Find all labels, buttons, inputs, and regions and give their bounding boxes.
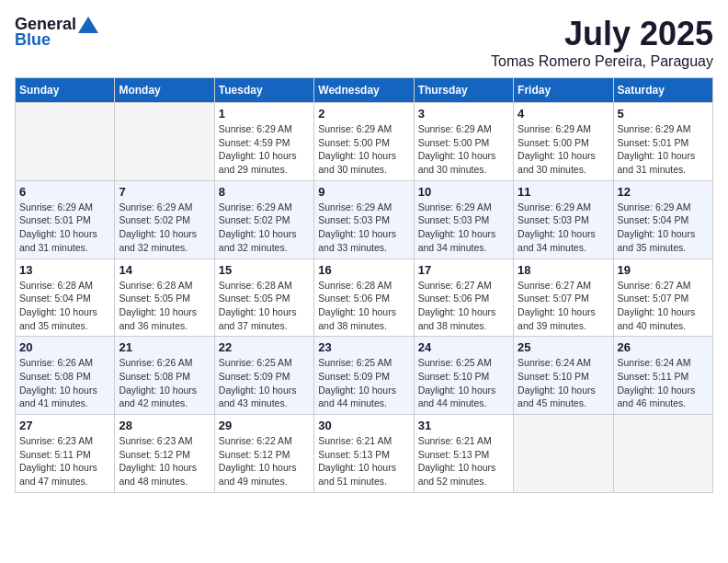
day-number: 25	[518, 340, 609, 354]
calendar-day-cell	[613, 415, 712, 493]
day-detail: Sunrise: 6:27 AMSunset: 5:07 PMDaylight:…	[618, 279, 709, 333]
day-detail: Sunrise: 6:26 AMSunset: 5:08 PMDaylight:…	[119, 356, 210, 410]
day-number: 31	[418, 419, 509, 432]
day-detail: Sunrise: 6:29 AMSunset: 5:03 PMDaylight:…	[318, 201, 409, 255]
calendar-day-cell: 3 Sunrise: 6:29 AMSunset: 5:00 PMDayligh…	[414, 103, 513, 181]
day-detail: Sunrise: 6:23 AMSunset: 5:12 PMDaylight:…	[119, 434, 210, 488]
day-detail: Sunrise: 6:28 AMSunset: 5:05 PMDaylight:…	[119, 279, 210, 333]
calendar-week-row: 20 Sunrise: 6:26 AMSunset: 5:08 PMDaylig…	[16, 337, 713, 415]
calendar-day-cell: 5 Sunrise: 6:29 AMSunset: 5:01 PMDayligh…	[613, 103, 712, 181]
calendar-header-sunday: Sunday	[16, 78, 115, 103]
day-detail: Sunrise: 6:25 AMSunset: 5:09 PMDaylight:…	[318, 356, 409, 410]
day-number: 2	[318, 107, 409, 121]
day-detail: Sunrise: 6:29 AMSunset: 5:02 PMDaylight:…	[219, 201, 310, 255]
calendar-header-row: SundayMondayTuesdayWednesdayThursdayFrid…	[16, 78, 713, 103]
day-number: 21	[119, 340, 210, 354]
day-number: 30	[318, 419, 409, 432]
calendar-day-cell	[115, 103, 214, 181]
day-detail: Sunrise: 6:29 AMSunset: 5:03 PMDaylight:…	[418, 201, 509, 255]
day-detail: Sunrise: 6:24 AMSunset: 5:10 PMDaylight:…	[518, 356, 609, 410]
calendar-day-cell: 24 Sunrise: 6:25 AMSunset: 5:10 PMDaylig…	[414, 337, 513, 415]
day-detail: Sunrise: 6:29 AMSunset: 5:00 PMDaylight:…	[418, 122, 509, 177]
day-detail: Sunrise: 6:26 AMSunset: 5:08 PMDaylight:…	[19, 356, 110, 410]
calendar-day-cell: 27 Sunrise: 6:23 AMSunset: 5:11 PMDaylig…	[16, 415, 115, 493]
day-number: 1	[219, 107, 310, 121]
day-number: 5	[618, 107, 709, 121]
day-detail: Sunrise: 6:29 AMSunset: 5:01 PMDaylight:…	[618, 122, 709, 177]
calendar-header-thursday: Thursday	[414, 78, 513, 103]
day-number: 16	[318, 263, 409, 277]
day-detail: Sunrise: 6:28 AMSunset: 5:04 PMDaylight:…	[19, 279, 110, 333]
logo-triangle-icon	[78, 17, 98, 33]
calendar-header-saturday: Saturday	[613, 78, 712, 103]
day-number: 17	[418, 263, 509, 277]
calendar-table: SundayMondayTuesdayWednesdayThursdayFrid…	[15, 77, 713, 493]
calendar-day-cell: 30 Sunrise: 6:21 AMSunset: 5:13 PMDaylig…	[314, 415, 414, 493]
calendar-day-cell: 23 Sunrise: 6:25 AMSunset: 5:09 PMDaylig…	[314, 337, 414, 415]
calendar-header-tuesday: Tuesday	[214, 78, 313, 103]
calendar-day-cell: 18 Sunrise: 6:27 AMSunset: 5:07 PMDaylig…	[514, 259, 613, 337]
logo: General Blue	[15, 15, 98, 50]
day-number: 14	[119, 263, 210, 277]
calendar-day-cell: 16 Sunrise: 6:28 AMSunset: 5:06 PMDaylig…	[314, 259, 414, 337]
calendar-day-cell: 7 Sunrise: 6:29 AMSunset: 5:02 PMDayligh…	[115, 180, 214, 259]
calendar-day-cell	[16, 103, 115, 181]
day-detail: Sunrise: 6:27 AMSunset: 5:07 PMDaylight:…	[518, 279, 609, 333]
calendar-day-cell: 2 Sunrise: 6:29 AMSunset: 5:00 PMDayligh…	[314, 103, 414, 181]
calendar-day-cell	[514, 415, 613, 493]
calendar-day-cell: 25 Sunrise: 6:24 AMSunset: 5:10 PMDaylig…	[514, 337, 613, 415]
calendar-header-friday: Friday	[514, 78, 613, 103]
svg-marker-0	[78, 17, 98, 33]
day-detail: Sunrise: 6:25 AMSunset: 5:10 PMDaylight:…	[418, 356, 509, 410]
day-number: 20	[19, 340, 110, 354]
day-number: 15	[219, 263, 310, 277]
calendar-day-cell: 21 Sunrise: 6:26 AMSunset: 5:08 PMDaylig…	[115, 337, 214, 415]
calendar-day-cell: 4 Sunrise: 6:29 AMSunset: 5:00 PMDayligh…	[514, 103, 613, 181]
calendar-day-cell: 13 Sunrise: 6:28 AMSunset: 5:04 PMDaylig…	[16, 259, 115, 337]
day-number: 10	[418, 185, 509, 199]
day-number: 22	[219, 340, 310, 354]
day-number: 27	[19, 419, 110, 432]
day-detail: Sunrise: 6:21 AMSunset: 5:13 PMDaylight:…	[318, 434, 409, 488]
calendar-day-cell: 12 Sunrise: 6:29 AMSunset: 5:04 PMDaylig…	[613, 180, 712, 259]
day-detail: Sunrise: 6:25 AMSunset: 5:09 PMDaylight:…	[219, 356, 310, 410]
day-number: 7	[119, 185, 210, 199]
day-detail: Sunrise: 6:24 AMSunset: 5:11 PMDaylight:…	[618, 356, 709, 410]
day-detail: Sunrise: 6:29 AMSunset: 5:01 PMDaylight:…	[19, 201, 110, 255]
day-number: 18	[518, 263, 609, 277]
calendar-day-cell: 28 Sunrise: 6:23 AMSunset: 5:12 PMDaylig…	[115, 415, 214, 493]
calendar-day-cell: 17 Sunrise: 6:27 AMSunset: 5:06 PMDaylig…	[414, 259, 513, 337]
calendar-day-cell: 20 Sunrise: 6:26 AMSunset: 5:08 PMDaylig…	[16, 337, 115, 415]
calendar-week-row: 6 Sunrise: 6:29 AMSunset: 5:01 PMDayligh…	[16, 180, 713, 259]
calendar-week-row: 27 Sunrise: 6:23 AMSunset: 5:11 PMDaylig…	[16, 415, 713, 493]
calendar-day-cell: 29 Sunrise: 6:22 AMSunset: 5:12 PMDaylig…	[214, 415, 313, 493]
main-title: July 2025	[491, 15, 713, 53]
calendar-day-cell: 19 Sunrise: 6:27 AMSunset: 5:07 PMDaylig…	[613, 259, 712, 337]
day-number: 4	[518, 107, 609, 121]
title-area: July 2025 Tomas Romero Pereira, Paraguay	[491, 15, 713, 70]
calendar-day-cell: 11 Sunrise: 6:29 AMSunset: 5:03 PMDaylig…	[514, 180, 613, 259]
day-number: 24	[418, 340, 509, 354]
calendar-day-cell: 6 Sunrise: 6:29 AMSunset: 5:01 PMDayligh…	[16, 180, 115, 259]
subtitle: Tomas Romero Pereira, Paraguay	[491, 53, 713, 70]
day-detail: Sunrise: 6:29 AMSunset: 5:00 PMDaylight:…	[518, 122, 609, 177]
day-detail: Sunrise: 6:27 AMSunset: 5:06 PMDaylight:…	[418, 279, 509, 333]
day-number: 6	[19, 185, 110, 199]
day-number: 26	[618, 340, 709, 354]
day-number: 9	[318, 185, 409, 199]
day-number: 11	[518, 185, 609, 199]
day-number: 12	[618, 185, 709, 199]
day-detail: Sunrise: 6:21 AMSunset: 5:13 PMDaylight:…	[418, 434, 509, 488]
day-number: 23	[318, 340, 409, 354]
day-detail: Sunrise: 6:29 AMSunset: 5:04 PMDaylight:…	[618, 201, 709, 255]
calendar-day-cell: 1 Sunrise: 6:29 AMSunset: 4:59 PMDayligh…	[214, 103, 313, 181]
day-detail: Sunrise: 6:29 AMSunset: 5:03 PMDaylight:…	[518, 201, 609, 255]
header: General Blue July 2025 Tomas Romero Pere…	[15, 15, 713, 70]
day-number: 13	[19, 263, 110, 277]
calendar-day-cell: 26 Sunrise: 6:24 AMSunset: 5:11 PMDaylig…	[613, 337, 712, 415]
day-number: 28	[119, 419, 210, 432]
calendar-header-wednesday: Wednesday	[314, 78, 414, 103]
calendar-day-cell: 22 Sunrise: 6:25 AMSunset: 5:09 PMDaylig…	[214, 337, 313, 415]
calendar-week-row: 13 Sunrise: 6:28 AMSunset: 5:04 PMDaylig…	[16, 259, 713, 337]
calendar-day-cell: 9 Sunrise: 6:29 AMSunset: 5:03 PMDayligh…	[314, 180, 414, 259]
